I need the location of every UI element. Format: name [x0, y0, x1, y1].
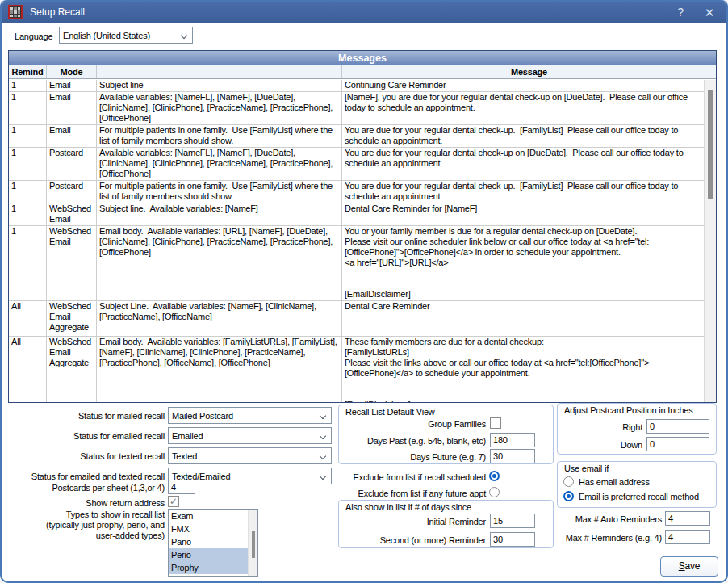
- adjust-postcard-title: Adjust Postcard Position in Inches: [564, 405, 693, 416]
- language-combo[interactable]: English (United States): [59, 27, 193, 44]
- list-item-prophy[interactable]: Prophy: [169, 561, 257, 574]
- chevron-down-icon: [181, 32, 187, 39]
- column-header-desc: [97, 65, 342, 78]
- exclude-recall-scheduled-label: Exclude from list if recall scheduled: [349, 472, 486, 483]
- types-label-line3: user-added types): [8, 531, 165, 541]
- messages-table-header: Remind Mode Message: [9, 65, 716, 79]
- max-reminders-input[interactable]: [665, 530, 710, 544]
- types-listbox-scrollbar-thumb[interactable]: [252, 531, 255, 558]
- show-return-address-label: Show return address: [8, 498, 165, 509]
- show-return-address-checkbox[interactable]: ✓: [168, 496, 179, 507]
- setup-recall-dialog: Setup Recall ? ✕ Language English (Unite…: [0, 0, 728, 583]
- exclude-future-appt-radio[interactable]: [489, 487, 500, 497]
- title-bar: Setup Recall ? ✕: [2, 2, 726, 23]
- postcard-right-label: Right: [567, 422, 642, 433]
- table-scrollbar[interactable]: [704, 80, 716, 402]
- status-emailed-label: Status for emailed recall: [8, 431, 165, 442]
- table-row[interactable]: 1 Postcard Available variables: [NameFL]…: [9, 148, 704, 181]
- table-row[interactable]: 1 Email Available variables: [NameFL], […: [9, 92, 704, 125]
- table-row[interactable]: 1 WebSched Email Email body. Available v…: [9, 226, 704, 301]
- messages-table-title: Messages: [9, 51, 716, 65]
- has-email-address-radio[interactable]: [563, 476, 574, 487]
- group-families-checkbox[interactable]: [490, 417, 501, 429]
- postcard-down-input[interactable]: [646, 437, 709, 451]
- days-future-label: Days Future (e.g. 7): [349, 452, 486, 463]
- table-scrollbar-thumb[interactable]: [708, 90, 713, 199]
- table-row[interactable]: 1 WebSched Email Subject line. Available…: [9, 203, 704, 226]
- types-listbox: Exam FMX Pano Perio Prophy: [168, 509, 258, 577]
- save-button[interactable]: Save: [660, 556, 718, 577]
- status-both-label: Status for emailed and texted recall: [8, 472, 165, 482]
- app-icon: [8, 5, 23, 19]
- exclude-recall-scheduled-radio[interactable]: [489, 471, 500, 481]
- status-emailed-combo[interactable]: Emailed: [168, 427, 332, 444]
- days-past-input[interactable]: [490, 433, 535, 447]
- table-row[interactable]: 1 Email Subject line Continuing Care Rem…: [9, 80, 704, 92]
- status-texted-label: Status for texted recall: [8, 451, 165, 462]
- days-past-label: Days Past (e.g. 545, blank, etc): [349, 436, 486, 447]
- column-header-message: Message: [342, 65, 716, 78]
- language-label: Language: [15, 31, 52, 42]
- list-item-perio[interactable]: Perio: [169, 548, 257, 561]
- postcards-per-sheet-input[interactable]: [168, 480, 195, 494]
- list-item-pano[interactable]: Pano: [169, 535, 257, 548]
- chevron-down-icon: [320, 473, 326, 480]
- exclude-future-appt-label: Exclude from list if any future appt: [349, 489, 486, 499]
- types-label-line1: Types to show in recall list: [8, 510, 165, 520]
- use-email-if-title: Use email if: [564, 463, 609, 474]
- check-icon: ✓: [169, 496, 178, 507]
- table-row[interactable]: All WebSched Email Aggregate Subject Lin…: [9, 301, 704, 337]
- types-listbox-scrollbar[interactable]: [248, 510, 257, 576]
- email-preferred-radio[interactable]: [563, 491, 574, 501]
- chevron-down-icon: [320, 413, 326, 419]
- language-combo-value: English (United States): [63, 31, 150, 40]
- also-show-title: Also show in list if # of days since: [345, 502, 471, 513]
- messages-table: Messages Remind Mode Message 1 Email Sub…: [8, 50, 717, 403]
- table-row[interactable]: 1 Email For multiple patients in one fam…: [9, 125, 704, 148]
- has-email-address-label: Has email address: [579, 477, 650, 488]
- status-mailed-label: Status for mailed recall: [8, 411, 165, 422]
- recall-list-default-view-title: Recall List Default View: [345, 407, 435, 417]
- group-families-label: Group Families: [349, 419, 486, 430]
- second-reminder-label: Second (or more) Reminder: [349, 535, 486, 546]
- postcard-down-label: Down: [567, 440, 642, 451]
- list-item-exam[interactable]: Exam: [169, 510, 257, 522]
- chevron-down-icon: [320, 453, 326, 459]
- messages-table-body: 1 Email Subject line Continuing Care Rem…: [9, 80, 716, 402]
- postcard-right-input[interactable]: [646, 419, 709, 434]
- initial-reminder-label: Initial Reminder: [349, 517, 486, 527]
- chevron-down-icon: [320, 433, 326, 439]
- postcards-per-sheet-label: Postcards per sheet (1,3,or 4): [8, 483, 165, 493]
- days-future-input[interactable]: [490, 449, 535, 463]
- max-auto-reminders-input[interactable]: [665, 511, 710, 526]
- status-texted-combo[interactable]: Texted: [168, 447, 332, 464]
- column-header-mode: Mode: [47, 65, 97, 78]
- table-row[interactable]: 1 Postcard For multiple patients in one …: [9, 181, 704, 203]
- close-button[interactable]: ✕: [697, 6, 722, 20]
- column-header-remind: Remind: [9, 65, 47, 78]
- help-button[interactable]: ?: [668, 6, 692, 19]
- status-mailed-combo[interactable]: Mailed Postcard: [168, 407, 332, 424]
- list-item-fmx[interactable]: FMX: [169, 522, 257, 535]
- max-reminders-label: Max # Reminders (e.g. 4): [518, 533, 662, 543]
- email-preferred-label: Email is preferred recall method: [579, 492, 699, 502]
- window-title: Setup Recall: [30, 6, 85, 18]
- table-row[interactable]: All WebSched Email Aggregate Email body.…: [9, 337, 704, 402]
- types-label-line2: (typically just prophy, perio, and: [8, 520, 165, 531]
- max-auto-reminders-label: Max # Auto Reminders: [518, 514, 662, 525]
